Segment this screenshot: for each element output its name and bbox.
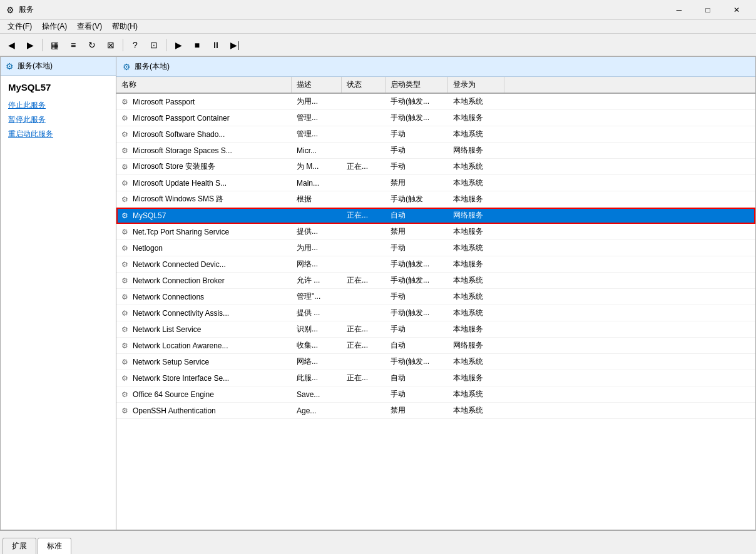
right-panel: ⚙ 服务(本地) 名称 描述 状态 启动类型 登录为 ⚙Microsoft Pa…	[116, 57, 755, 530]
cell-startup: 手动(触发...	[386, 94, 448, 109]
cell-login: 本地服务	[448, 110, 504, 126]
service-name-text: Microsoft Passport	[133, 98, 195, 106]
service-gear-icon: ⚙	[121, 358, 130, 366]
table-row[interactable]: ⚙Net.Tcp Port Sharing Service提供...禁用本地服务	[116, 224, 755, 240]
right-panel-gear-icon: ⚙	[123, 62, 131, 72]
table-row[interactable]: ⚙Microsoft Store 安装服务为 M...正在...手动本地系统	[116, 159, 755, 175]
cell-desc: Age...	[292, 403, 342, 418]
cell-login: 本地系统	[448, 289, 504, 305]
pause-service-link[interactable]: 暂停此服务	[8, 114, 108, 125]
table-row[interactable]: ⚙Network Connected Devic...网络...手动(触发...…	[116, 256, 755, 273]
col-name[interactable]: 名称	[116, 77, 292, 93]
cell-status	[342, 289, 386, 305]
cell-startup: 手动	[386, 289, 448, 305]
cell-name: ⚙MySQL57	[116, 208, 292, 223]
table-row[interactable]: ⚙Microsoft Windows SMS 路根据手动(触发本地服务	[116, 191, 755, 208]
table-row[interactable]: ⚙Microsoft Update Health S...Main...禁用本地…	[116, 175, 755, 191]
service-table[interactable]: 名称 描述 状态 启动类型 登录为 ⚙Microsoft Passport为用.…	[116, 77, 755, 530]
cell-startup: 手动	[386, 159, 448, 174]
app-icon: ⚙	[5, 5, 15, 15]
service-name-text: Microsoft Store 安装服务	[133, 161, 215, 172]
table-row[interactable]: ⚙Network Store Interface Se...此服...正在...…	[116, 370, 755, 386]
service-gear-icon: ⚙	[121, 260, 130, 269]
table-row[interactable]: ⚙OpenSSH AuthenticationAge...禁用本地系统	[116, 403, 755, 419]
tab-standard[interactable]: 标准	[38, 538, 71, 554]
cell-name: ⚙Network Setup Service	[116, 354, 292, 370]
table-row[interactable]: ⚙Network List Service识别...正在...手动本地服务	[116, 321, 755, 338]
start-button[interactable]: ▶	[170, 36, 187, 54]
cell-login: 本地系统	[448, 354, 504, 370]
right-panel-header: ⚙ 服务(本地)	[116, 57, 755, 77]
table-row[interactable]: ⚙Microsoft Passport Container管理...手动(触发.…	[116, 110, 755, 126]
service-gear-icon: ⚙	[121, 293, 130, 301]
cell-login: 本地系统	[448, 305, 504, 321]
col-startup[interactable]: 启动类型	[386, 77, 448, 93]
col-login[interactable]: 登录为	[448, 77, 504, 93]
back-button[interactable]: ◀	[3, 36, 20, 54]
stop-service-link[interactable]: 停止此服务	[8, 100, 108, 111]
table-row[interactable]: ⚙Network Location Awarene...收集...正在...自动…	[116, 338, 755, 354]
properties-button[interactable]: ⊡	[145, 36, 163, 54]
table-row[interactable]: ⚙Netlogon为用...手动本地系统	[116, 240, 755, 256]
cell-login: 本地服务	[448, 321, 504, 337]
toolbar-separator-2	[123, 39, 123, 51]
title-bar: ⚙ 服务 ─ □ ✕	[0, 0, 756, 20]
cell-startup: 手动(触发...	[386, 354, 448, 370]
cell-desc: 管理...	[292, 110, 342, 126]
table-row[interactable]: ⚙Microsoft Passport为用...手动(触发...本地系统	[116, 94, 755, 110]
service-gear-icon: ⚙	[121, 276, 130, 285]
maximize-button[interactable]: □	[693, 0, 722, 20]
cell-startup: 手动	[386, 386, 448, 402]
table-row[interactable]: ⚙Network Connectivity Assis...提供 ...手动(触…	[116, 305, 755, 321]
cell-desc: Main...	[292, 175, 342, 191]
service-gear-icon: ⚙	[121, 406, 130, 415]
view-button[interactable]: ▦	[46, 36, 63, 54]
minimize-button[interactable]: ─	[665, 0, 693, 20]
pause-button[interactable]: ⏸	[207, 36, 225, 54]
cell-desc: 为用...	[292, 94, 342, 109]
stop-button[interactable]: ■	[188, 36, 206, 54]
menu-item-3[interactable]: 帮助(H)	[107, 20, 143, 33]
col-status[interactable]: 状态	[342, 77, 386, 93]
menu-item-1[interactable]: 操作(A)	[37, 20, 72, 33]
cell-status: 正在...	[342, 273, 386, 288]
table-row[interactable]: ⚙MySQL57正在...自动网络服务	[116, 208, 755, 224]
service-gear-icon: ⚙	[121, 341, 130, 350]
cell-desc: 提供...	[292, 224, 342, 239]
cell-startup: 手动(触发...	[386, 110, 448, 126]
table-row[interactable]: ⚙Office 64 Source EngineSave...手动本地系统	[116, 386, 755, 403]
cell-name: ⚙Network Connectivity Assis...	[116, 305, 292, 321]
cell-status	[342, 224, 386, 239]
selected-service-name: MySQL57	[8, 82, 108, 93]
cell-name: ⚙Microsoft Software Shado...	[116, 126, 292, 142]
cell-name: ⚙Netlogon	[116, 240, 292, 256]
table-row[interactable]: ⚙Network Setup Service网络...手动(触发...本地系统	[116, 354, 755, 370]
service-name-text: Microsoft Update Health S...	[133, 179, 227, 188]
table-row[interactable]: ⚙Microsoft Storage Spaces S...Micr...手动网…	[116, 143, 755, 159]
close-button[interactable]: ✕	[722, 0, 751, 20]
menu-item-2[interactable]: 查看(V)	[72, 20, 107, 33]
cell-status	[342, 403, 386, 418]
tab-expand[interactable]: 扩展	[3, 538, 36, 554]
service-gear-icon: ⚙	[121, 195, 130, 204]
list-button[interactable]: ≡	[64, 36, 82, 54]
menu-item-0[interactable]: 文件(F)	[3, 20, 37, 33]
cell-desc: 提供 ...	[292, 305, 342, 321]
right-panel-title: 服务(本地)	[135, 61, 170, 72]
refresh-button[interactable]: ↻	[83, 36, 101, 54]
table-row[interactable]: ⚙Microsoft Software Shado...管理...手动本地系统	[116, 126, 755, 143]
cell-name: ⚙Network Connected Devic...	[116, 256, 292, 272]
cell-startup: 手动(触发...	[386, 273, 448, 288]
service-gear-icon: ⚙	[121, 179, 130, 188]
restart-button[interactable]: ▶|	[226, 36, 243, 54]
cell-desc: 根据	[292, 191, 342, 207]
table-row[interactable]: ⚙Network Connection Broker允许 ...正在...手动(…	[116, 273, 755, 289]
cell-status: 正在...	[342, 159, 386, 174]
restart-service-link[interactable]: 重启动此服务	[8, 129, 108, 139]
service-name-text: OpenSSH Authentication	[133, 406, 216, 415]
forward-button[interactable]: ▶	[21, 36, 39, 54]
col-desc[interactable]: 描述	[292, 77, 342, 93]
table-row[interactable]: ⚙Network Connections管理"...手动本地系统	[116, 289, 755, 305]
export-button[interactable]: ⊠	[102, 36, 120, 54]
help-button[interactable]: ?	[126, 36, 144, 54]
